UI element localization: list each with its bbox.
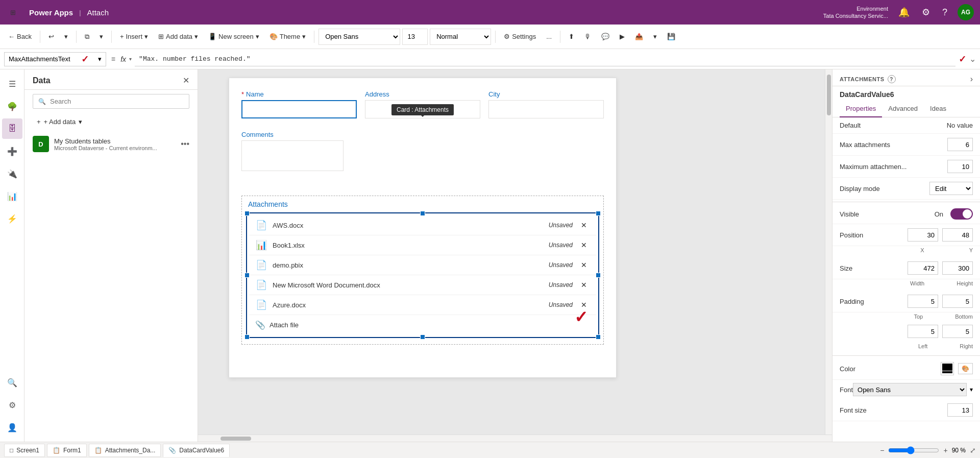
formula-input[interactable]: [135, 52, 955, 66]
zoom-slider[interactable]: [888, 446, 939, 454]
handle-bot-left[interactable]: [244, 334, 250, 340]
handle-bot-mid[interactable]: [420, 334, 425, 340]
left-icon-hamburger[interactable]: ☰: [2, 74, 22, 94]
zoom-plus-button[interactable]: +: [943, 446, 947, 454]
left-icon-insert[interactable]: ➕: [2, 141, 22, 161]
props-maxattachments-input[interactable]: [947, 138, 973, 151]
color-box[interactable]: [941, 362, 954, 375]
tab-advanced[interactable]: Advanced: [882, 101, 924, 117]
add-data-button[interactable]: + + Add data ▾: [33, 115, 189, 129]
props-pos-x[interactable]: [908, 228, 938, 242]
props-help-icon[interactable]: ?: [888, 75, 896, 83]
notification-button[interactable]: 🔔: [896, 5, 912, 20]
city-input[interactable]: [488, 100, 604, 118]
handle-top-mid[interactable]: [420, 211, 425, 216]
add-data-button[interactable]: ⊞ Add data ▾: [154, 31, 202, 42]
left-icon-analytics[interactable]: 📊: [2, 186, 22, 206]
handle-top-left[interactable]: [244, 211, 250, 216]
publish-arrow[interactable]: ▾: [649, 31, 661, 42]
left-icon-settings[interactable]: ⚙: [2, 395, 22, 415]
name-input[interactable]: [241, 100, 357, 118]
data-source-item[interactable]: D My Students tables Microsoft Dataverse…: [24, 131, 198, 157]
publish-button[interactable]: 📤: [631, 31, 647, 42]
props-maxattachmentsize-input[interactable]: [947, 160, 973, 173]
more-button[interactable]: ...: [542, 31, 556, 42]
back-button[interactable]: ← Back: [4, 31, 36, 42]
props-font-select[interactable]: Open Sans: [853, 383, 967, 396]
redo-arrow[interactable]: ▾: [60, 31, 72, 42]
props-pad-left[interactable]: [908, 325, 938, 338]
props-expand-button[interactable]: ›: [970, 75, 973, 84]
toolbar: ← Back ↩ ▾ ⧉ ▾ + Insert ▾ ⊞ Add data ▾ 📱…: [0, 25, 980, 49]
zoom-minus-button[interactable]: −: [880, 446, 884, 454]
copy-button[interactable]: ⧉: [81, 31, 93, 43]
newdoc-close[interactable]: ✕: [578, 280, 590, 290]
canvas-scroll[interactable]: * Name Address Card : Attachments: [198, 69, 832, 435]
name-box[interactable]: MaxAttachmentsText ✓ ▾: [4, 52, 106, 66]
left-icon-treeview[interactable]: 🌳: [2, 96, 22, 116]
handle-mid-right[interactable]: [596, 273, 601, 278]
tab-ideas[interactable]: Ideas: [924, 101, 952, 117]
share-button[interactable]: ⬆: [565, 31, 578, 42]
demo-close[interactable]: ✕: [578, 260, 590, 270]
left-icon-account[interactable]: 👤: [2, 417, 22, 438]
data-panel-close-button[interactable]: ✕: [183, 76, 189, 85]
name-box-chevron: ▾: [98, 55, 102, 63]
comments-input[interactable]: [241, 140, 344, 171]
comment-button[interactable]: 💬: [597, 31, 614, 42]
preview-button[interactable]: ▶: [616, 31, 629, 42]
bottom-bar: □ Screen1 📋 Form1 📋 Attachments_Da... 📎 …: [0, 442, 980, 458]
normal-select[interactable]: Normal: [430, 29, 491, 45]
visible-toggle[interactable]: [950, 208, 973, 220]
voice-button[interactable]: 🎙: [580, 31, 595, 42]
tab-screen1[interactable]: □ Screen1: [4, 444, 45, 457]
left-icon-data[interactable]: 🗄: [2, 118, 22, 139]
handle-top-right[interactable]: [596, 211, 601, 216]
data-search-input[interactable]: [50, 98, 184, 105]
address-label: Address: [365, 90, 480, 98]
zoom-expand-button[interactable]: ⤢: [970, 446, 976, 454]
data-source-dots[interactable]: •••: [181, 139, 189, 149]
props-fontsize-input[interactable]: [947, 403, 973, 417]
book1-close[interactable]: ✕: [578, 240, 590, 250]
props-pad-bottom[interactable]: [942, 295, 973, 308]
insert-button[interactable]: + Insert ▾: [116, 31, 152, 42]
left-icon-media[interactable]: 🔌: [2, 163, 22, 184]
settings-button[interactable]: ⚙: [920, 5, 932, 20]
new-screen-button[interactable]: 📱 New screen ▾: [204, 31, 263, 42]
vertical-scrollbar[interactable]: [825, 69, 832, 435]
left-icon-flow[interactable]: ⚡: [2, 208, 22, 229]
formula-expand-icon[interactable]: ⌄: [969, 54, 976, 64]
props-pad-top[interactable]: [908, 295, 938, 308]
handle-bot-right[interactable]: [596, 334, 601, 340]
props-section-label: ATTACHMENTS ?: [840, 75, 896, 83]
environment-info: Environment Tata Consultancy Servic...: [823, 5, 888, 20]
left-icon-search[interactable]: 🔍: [2, 372, 22, 393]
settings-toolbar-button[interactable]: ⚙ Settings: [500, 31, 540, 42]
help-button[interactable]: ?: [940, 5, 949, 20]
font-select[interactable]: Open Sans: [318, 29, 400, 45]
save-button[interactable]: 💾: [663, 31, 679, 42]
font-size-input[interactable]: [402, 29, 428, 45]
props-displaymode-select[interactable]: Edit View Disabled: [929, 182, 973, 195]
data-source-sub: Microsoft Dataverse - Current environm..…: [54, 145, 176, 151]
tab-datacardvalue6[interactable]: 📎 DataCardValue6: [163, 444, 230, 457]
undo-button[interactable]: ↩: [44, 31, 58, 42]
props-size-h[interactable]: [942, 261, 973, 275]
handle-mid-left[interactable]: [244, 273, 250, 278]
aws-close[interactable]: ✕: [578, 220, 590, 230]
color-picker-button[interactable]: 🎨: [958, 363, 973, 374]
horizontal-scrollbar[interactable]: [198, 435, 832, 442]
grid-icon[interactable]: ⊞: [6, 7, 20, 18]
props-size-w[interactable]: [908, 261, 938, 275]
tab-form1[interactable]: 📋 Form1: [47, 444, 87, 457]
theme-button[interactable]: 🎨 Theme ▾: [265, 31, 310, 42]
zoom-controls: − + 90 % ⤢: [880, 446, 976, 454]
props-pad-right[interactable]: [942, 325, 973, 338]
paste-arrow[interactable]: ▾: [95, 31, 107, 42]
tab-attachments-da[interactable]: 📋 Attachments_Da...: [89, 444, 161, 457]
props-pos-y[interactable]: [942, 228, 973, 242]
attach-file-row[interactable]: 📎 Attach file: [249, 315, 596, 335]
attachment-box[interactable]: 📄 AWS.docx Unsaved ✕ 📊 Book1.xlsx Unsave…: [246, 212, 599, 338]
tab-properties[interactable]: Properties: [840, 101, 882, 117]
